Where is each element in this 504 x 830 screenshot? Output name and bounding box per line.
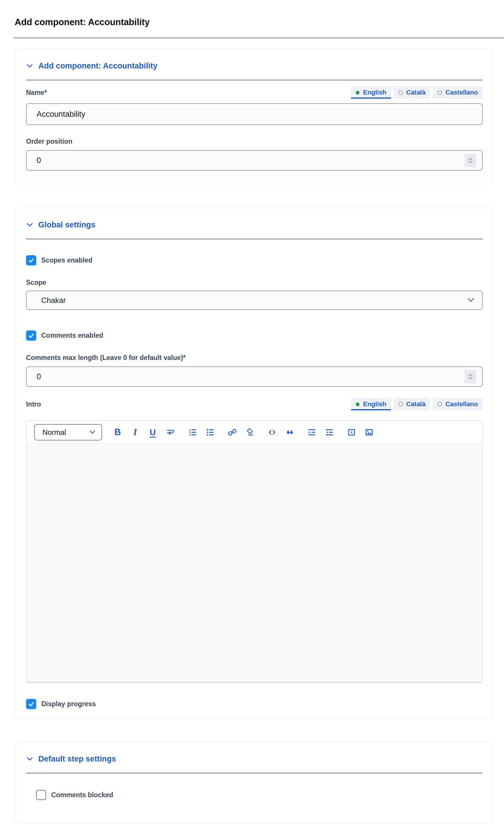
name-label: Name* [26,88,47,99]
spinner-chevrons-icon [467,374,473,380]
untranslated-circle-icon [438,402,442,407]
bullet-list-icon[interactable] [203,425,217,439]
chevron-down-icon [89,430,96,435]
lang-tab-english[interactable]: English [351,398,391,410]
rich-text-editor: Normal B I U 123 [26,420,483,682]
chevron-down-icon [467,298,474,303]
lang-tab-castellano[interactable]: Castellano [433,398,483,410]
indent-icon[interactable] [305,425,318,439]
number-spinner[interactable] [465,154,476,167]
chevron-down-icon [26,755,34,763]
comments-enabled-checkbox[interactable]: Comments enabled [26,330,483,341]
page: Add component: Accountability Add compon… [0,0,504,824]
card-default-step-settings: Default step settings Comments blocked [15,742,492,824]
underline-icon[interactable]: U [146,425,160,439]
text-style-dropdown[interactable]: Normal [34,424,102,441]
name-input[interactable] [26,103,483,125]
italic-icon[interactable]: I [128,425,142,439]
lang-tab-catala[interactable]: Català [394,86,430,99]
lang-tab-english[interactable]: English [351,86,391,99]
card-divider [26,238,483,240]
chevron-down-icon [26,221,34,229]
comments-enabled-label: Comments enabled [41,331,103,340]
page-title: Add component: Accountability [0,0,504,28]
checkbox-checked-icon [26,330,36,341]
chevron-down-icon [26,62,34,70]
image-icon[interactable] [362,425,376,439]
number-spinner[interactable] [465,370,476,383]
card-divider [26,79,483,81]
checkbox-checked-icon [26,255,36,265]
line-break-icon[interactable] [164,425,177,439]
order-position-label: Order position [26,137,483,146]
blockquote-icon[interactable] [283,425,296,439]
language-tabs: English Català Castellano [351,86,483,99]
scopes-enabled-checkbox[interactable]: Scopes enabled [26,255,483,265]
scope-select[interactable]: Chakar [26,291,483,310]
untranslated-circle-icon [398,402,403,407]
title-divider [14,37,504,38]
lang-tab-catala[interactable]: Català [394,398,430,410]
card-legend-label: Add component: Accountability [38,61,157,70]
comments-max-length-label: Comments max length (Leave 0 for default… [26,354,483,362]
scopes-enabled-label: Scopes enabled [41,256,93,264]
comments-blocked-label: Comments blocked [51,791,113,799]
lang-tab-label: English [363,401,386,408]
outdent-icon[interactable] [323,425,336,439]
untranslated-circle-icon [438,90,442,95]
checkbox-unchecked-icon [36,790,46,800]
lang-tab-castellano[interactable]: Castellano [433,86,483,99]
editor-toolbar: Normal B I U 123 [27,421,482,444]
bold-icon[interactable]: B [111,425,124,439]
scope-label: Scope [26,278,483,287]
translated-dot-icon [356,403,360,406]
display-progress-label: Display progress [41,700,96,708]
link-icon[interactable] [226,425,239,439]
lang-tab-label: English [363,89,386,96]
order-position-input[interactable] [26,150,483,171]
comments-blocked-checkbox[interactable]: Comments blocked [36,790,483,800]
card-global-settings: Global settings Scopes enabled Scope Cha… [15,208,492,719]
lang-tab-label: Castellano [445,401,478,408]
clear-format-icon[interactable] [243,425,257,439]
checkbox-checked-icon [26,699,36,709]
card-legend-label: Global settings [38,220,95,229]
lang-tab-label: Català [406,401,426,408]
intro-label: Intro [26,400,41,410]
lang-tab-label: Castellano [445,89,478,96]
translated-dot-icon [356,91,360,95]
card-legend-label: Default step settings [38,755,116,764]
card-global-settings-legend[interactable]: Global settings [26,219,95,230]
ordered-list-icon[interactable]: 123 [186,425,199,439]
display-progress-checkbox[interactable]: Display progress [26,699,483,709]
comments-max-length-field [26,366,483,387]
language-tabs: English Català Castellano [351,398,483,410]
card-add-component-legend[interactable]: Add component: Accountability [26,60,157,71]
scope-select-value: Chakar [41,296,66,305]
video-icon[interactable] [345,425,358,439]
card-divider [26,773,483,773]
card-add-component: Add component: Accountability Name* Engl… [15,49,492,184]
card-default-step-settings-legend[interactable]: Default step settings [26,753,116,764]
scope-field: Chakar [26,291,483,310]
text-style-value: Normal [42,428,66,437]
lang-tab-label: Català [406,89,426,96]
order-position-field [26,150,483,171]
svg-text:3: 3 [189,434,191,436]
spinner-chevrons-icon [467,157,473,164]
code-icon[interactable] [265,425,279,439]
untranslated-circle-icon [398,90,403,95]
comments-max-length-input[interactable] [26,366,483,387]
editor-content-area[interactable] [27,444,482,682]
